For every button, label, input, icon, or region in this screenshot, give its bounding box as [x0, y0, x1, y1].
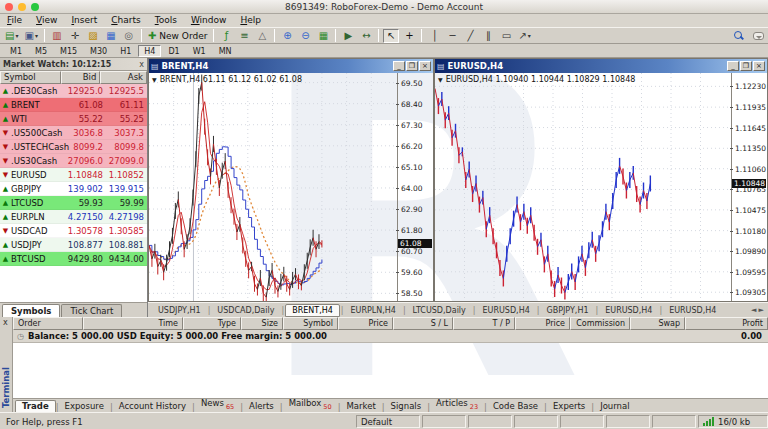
trendline-button[interactable]: ╱: [462, 29, 478, 43]
terminal-tab-articles[interactable]: Articles 23: [430, 398, 484, 412]
terminal-column-size[interactable]: Size: [241, 317, 283, 330]
chart-tab[interactable]: USDCAD,Daily: [211, 305, 280, 316]
market-watch-column-bid[interactable]: Bid: [61, 71, 101, 84]
terminal-column-profit[interactable]: Profit: [685, 317, 768, 330]
chart-shift-button[interactable]: ↔: [358, 29, 374, 43]
price-axis[interactable]: 1.122301.119351.116451.113501.110601.107…: [731, 73, 767, 301]
market-watch-close-icon[interactable]: x: [139, 60, 144, 69]
menu-item-view[interactable]: View: [29, 14, 64, 27]
chart-minimize-icon[interactable]: _: [393, 61, 405, 71]
market-watch-row[interactable]: ▲.DE30Cash12925.012925.5: [0, 84, 147, 98]
market-watch-row[interactable]: ▲USDJPY108.877108.881: [0, 238, 147, 252]
menu-item-insert[interactable]: Insert: [64, 14, 104, 27]
terminal-column-price[interactable]: Price: [338, 317, 393, 330]
tile-windows-button[interactable]: ▦: [315, 29, 331, 43]
chart-titlebar[interactable]: ▤ EURUSD,H4 _ ❒ ×: [435, 59, 767, 73]
timeframe-h1[interactable]: H1: [114, 45, 137, 57]
terminal-column-commission[interactable]: Commission: [570, 317, 630, 330]
timeframe-mn[interactable]: MN: [213, 45, 238, 57]
terminal-panel-button[interactable]: ▦: [103, 29, 119, 43]
chart-tab[interactable]: EURUSD,H4: [477, 305, 536, 316]
arrows-tool-button[interactable]: ↗▾: [516, 29, 532, 43]
new-order-button[interactable]: ✚New Order: [146, 29, 209, 43]
indicators-button[interactable]: ƒ: [218, 29, 234, 43]
market-watch-row[interactable]: ▼.US30Cash27096.027099.0: [0, 154, 147, 168]
terminal-tab-account-history[interactable]: Account History: [113, 401, 192, 412]
menu-item-charts[interactable]: Charts: [104, 14, 147, 27]
chart-tab[interactable]: GBPJPY,H1: [540, 305, 594, 316]
menu-item-help[interactable]: Help: [233, 14, 268, 27]
market-watch-row[interactable]: ▼.USTECHCash8099.28099.8: [0, 140, 147, 154]
terminal-close-icon[interactable]: x: [3, 318, 8, 327]
navigator-button[interactable]: ▨: [85, 29, 101, 43]
new-chart-button[interactable]: ▤▾: [3, 29, 20, 43]
timeframe-m15[interactable]: M15: [54, 45, 83, 57]
market-watch-button[interactable]: ▥: [49, 29, 65, 43]
zoom-out-button[interactable]: ⊖: [297, 29, 313, 43]
market-watch-column-symbol[interactable]: Symbol: [0, 71, 61, 84]
menu-item-tools[interactable]: Tools: [148, 14, 184, 27]
terminal-column-price[interactable]: Price: [515, 317, 570, 330]
terminal-column-time[interactable]: Time: [83, 317, 183, 330]
market-watch-tab-symbols[interactable]: Symbols: [2, 304, 60, 317]
chart-restore-icon[interactable]: ❒: [740, 61, 752, 71]
chart-body[interactable]: ▼ BRENT,H4 61.11 61.12 61.02 61.08 69.50…: [149, 73, 433, 301]
timeframe-h4[interactable]: H4: [138, 45, 161, 57]
terminal-tab-trade[interactable]: Trade: [15, 400, 56, 412]
terminal-tab-market[interactable]: Market: [341, 401, 382, 412]
chart-tab[interactable]: LTCUSD,Daily: [407, 305, 472, 316]
terminal-tab-exposure[interactable]: Exposure: [59, 401, 110, 412]
market-watch-row[interactable]: ▲WTI55.2255.25: [0, 112, 147, 126]
vertical-line-button[interactable]: │: [426, 29, 442, 43]
chart-info-collapse-icon[interactable]: ▼: [152, 76, 157, 83]
rectangle-button[interactable]: ▭: [498, 29, 514, 43]
auto-scroll-button[interactable]: ▶: [340, 29, 356, 43]
terminal-tab-alerts[interactable]: Alerts: [243, 401, 280, 412]
chart-titlebar[interactable]: ▤ BRENT,H4 _ ❒ ×: [149, 59, 433, 73]
market-watch-row[interactable]: ▲BTCUSD9429.809434.00: [0, 252, 147, 266]
terminal-column-sl[interactable]: S / L: [393, 317, 453, 330]
horizontal-line-button[interactable]: ─: [444, 29, 460, 43]
chart-restore-icon[interactable]: ❒: [406, 61, 418, 71]
terminal-column-tp[interactable]: T / P: [453, 317, 515, 330]
market-watch-row[interactable]: ▼EURUSD1.108481.10852: [0, 168, 147, 182]
market-watch-row[interactable]: ▲GBPJPY139.902139.915: [0, 182, 147, 196]
chart-info-collapse-icon[interactable]: ▼: [438, 76, 443, 83]
data-window-button[interactable]: ✛: [67, 29, 83, 43]
terminal-tab-code-base[interactable]: Code Base: [487, 401, 544, 412]
timeframe-m30[interactable]: M30: [84, 45, 113, 57]
chart-close-icon[interactable]: ×: [419, 61, 431, 71]
timeframe-m1[interactable]: M1: [4, 45, 28, 57]
market-watch-row[interactable]: ▼USDCAD1.305781.30585: [0, 224, 147, 238]
chart-body[interactable]: ▼ EURUSD,H4 1.10940 1.10944 1.10829 1.10…: [435, 73, 767, 301]
market-watch-row[interactable]: ▲BRENT61.0861.11: [0, 98, 147, 112]
chart-tab[interactable]: USDJPY,H1: [152, 305, 207, 316]
market-watch-row[interactable]: ▲EURPLN4.271504.27198: [0, 210, 147, 224]
chart-minimize-icon[interactable]: _: [727, 61, 739, 71]
chart-plot[interactable]: [149, 73, 396, 301]
terminal-column-symbol[interactable]: Symbol: [283, 317, 338, 330]
terminal-tab-journal[interactable]: Journal: [594, 401, 635, 412]
objects-list-button[interactable]: △: [254, 29, 270, 43]
status-profile[interactable]: Default: [356, 415, 420, 428]
timeframe-d1[interactable]: D1: [162, 45, 185, 57]
chart-tab[interactable]: EURUSD,H4: [599, 305, 658, 316]
price-axis[interactable]: 69.5068.4067.3066.2065.1064.0062.9061.80…: [397, 73, 433, 301]
terminal-tab-experts[interactable]: Experts: [547, 401, 591, 412]
profiles-button[interactable]: ▣▾: [22, 29, 39, 43]
crosshair-button[interactable]: +: [401, 29, 417, 43]
cursor-button[interactable]: ↖: [383, 29, 399, 43]
market-watch-column-ask[interactable]: Ask: [100, 71, 147, 84]
strategy-tester-button[interactable]: ◎: [121, 29, 137, 43]
terminal-tab-signals[interactable]: Signals: [385, 401, 428, 412]
chart-close-icon[interactable]: ×: [753, 61, 765, 71]
menu-item-file[interactable]: File: [0, 14, 29, 27]
search-icon[interactable]: [734, 31, 743, 40]
timeframe-w1[interactable]: W1: [187, 45, 212, 57]
terminal-column-type[interactable]: Type: [183, 317, 241, 330]
equidistant-channel-button[interactable]: ∥: [480, 29, 496, 43]
indicator-list-button[interactable]: ≡: [236, 29, 252, 43]
timeframe-m5[interactable]: M5: [29, 45, 53, 57]
market-watch-row[interactable]: ▲LTCUSD59.9359.99: [0, 196, 147, 210]
terminal-tab-news[interactable]: News 65: [195, 398, 240, 412]
